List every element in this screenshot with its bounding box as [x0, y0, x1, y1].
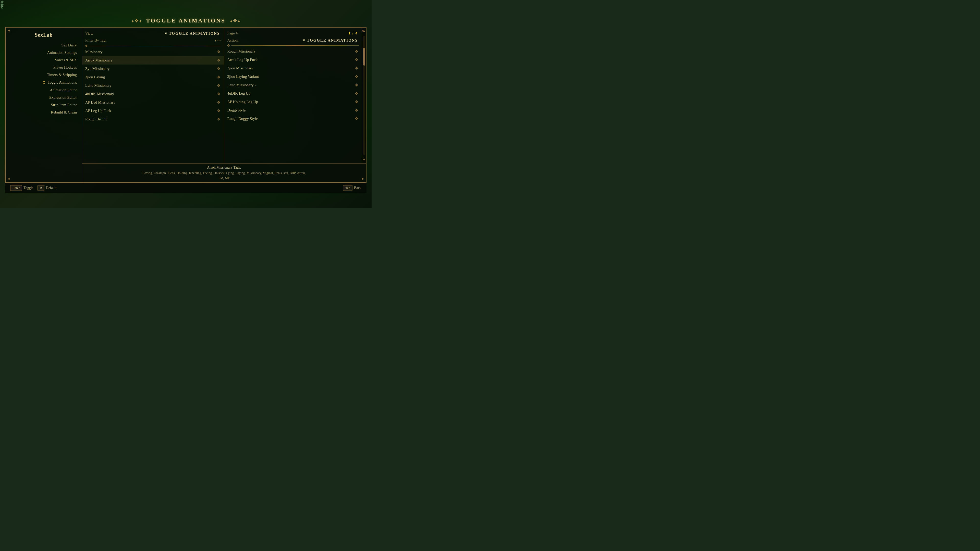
sidebar-item-timers-stripping[interactable]: Timers & Stripping [6, 71, 82, 79]
corner-tl: ✦ [5, 27, 13, 35]
view-value[interactable]: ▾ TOGGLE ANIMATIONS [165, 31, 220, 36]
anim-name-ap-bed-missionary: AP Bed Missionary [85, 100, 115, 105]
anim-item-rough-doggy-style[interactable]: Rough Doggy Style ❖ [224, 114, 362, 123]
title-ornament-left: ⬧❖⬧ [131, 17, 142, 24]
anim-name-rough-doggy-style: Rough Doggy Style [228, 117, 258, 121]
anim-toggle-icon-leito-missionary-2[interactable]: ❖ [355, 83, 358, 87]
anim-item-4udik-missionary[interactable]: 4uDIK Missionary ❖ [82, 90, 224, 98]
anim-item-doggystyle[interactable]: DoggyStyle ❖ [224, 106, 362, 114]
anim-name-rough-missionary: Rough Missionary [228, 49, 256, 54]
bottom-left: Enter Toggle R Default [10, 185, 57, 191]
anim-toggle-icon-missionary[interactable]: ❖ [217, 49, 221, 54]
anim-item-3jiou-laying-variant[interactable]: 3jiou Laying Variant ❖ [224, 73, 362, 81]
anim-item-3jiou-missionary[interactable]: 3jiou Missionary ❖ [224, 64, 362, 73]
title-bar: ⬧❖⬧ TOGGLE ANIMATIONS ⬧❖⬧ [5, 15, 366, 27]
info-bar-tags: Loving, Creampie, Beds, Holding, Kneelin… [87, 170, 361, 180]
sidebar-item-toggle-animations[interactable]: ⚙ Toggle Animations [6, 79, 82, 86]
sidebar-item-expression-editor[interactable]: Expression Editor [6, 94, 82, 101]
divider-ornament-left: ❖ [85, 44, 88, 48]
tab-key: Tab [343, 185, 352, 191]
sidebar-label-timers-stripping: Timers & Stripping [47, 73, 77, 77]
anim-item-ap-leg-up-fuck[interactable]: AP Leg Up Fuck ❖ [82, 106, 224, 115]
sidebar-label-animation-settings: Animation Settings [47, 51, 77, 55]
page-value: 1 / 4 [348, 31, 358, 35]
action-label: Action: [228, 38, 239, 43]
left-panel: View ▾ TOGGLE ANIMATIONS Filter By Tag: … [82, 27, 224, 163]
anim-name-ap-leg-up-fuck: AP Leg Up Fuck [85, 109, 111, 113]
sidebar: SexLab Sex Diary Animation Settings Voic… [6, 27, 82, 183]
anim-toggle-icon-4udik-missionary[interactable]: ❖ [217, 92, 221, 97]
sidebar-item-animation-editor[interactable]: Animation Editor [6, 86, 82, 94]
sidebar-label-strip-item-editor: Strip Item Editor [51, 103, 77, 107]
sidebar-label-player-hotkeys: Player Hotkeys [53, 65, 77, 70]
sidebar-item-player-hotkeys[interactable]: Player Hotkeys [6, 64, 82, 71]
anim-toggle-icon-arrok-missionary[interactable]: ❖ [217, 58, 221, 63]
action-value[interactable]: ▾ TOGGLE ANIMATIONS [303, 38, 358, 43]
anim-item-3jiou-laying[interactable]: 3jiou Laying ❖ [82, 73, 224, 81]
scroll-thumb[interactable] [363, 48, 365, 65]
sidebar-item-animation-settings[interactable]: Animation Settings [6, 49, 82, 56]
anim-toggle-icon-ap-bed-missionary[interactable]: ❖ [217, 100, 221, 105]
anim-toggle-icon-3jiou-laying[interactable]: ❖ [217, 75, 221, 79]
title-ornament-right: ⬧❖⬧ [230, 17, 240, 24]
anim-toggle-icon-3jiou-laying-variant[interactable]: ❖ [355, 74, 358, 79]
sidebar-label-expression-editor: Expression Editor [49, 95, 77, 100]
fps-counter: 30 60 22 [0, 0, 3, 9]
sidebar-item-voices-sfx[interactable]: Voices & SFX [6, 56, 82, 64]
anim-name-3jiou-laying: 3jiou Laying [85, 75, 105, 79]
corner-bl: ✦ [5, 175, 13, 183]
page-label: Page # [228, 31, 238, 35]
right-panel-page-header: Page # 1 / 4 [224, 30, 362, 37]
anim-item-missionary[interactable]: Missionary ❖ [82, 48, 224, 56]
anim-item-rough-behind[interactable]: Rough Behind ❖ [82, 115, 224, 124]
anim-name-rough-behind: Rough Behind [85, 117, 107, 121]
anim-item-leito-missionary[interactable]: Leito Missionary ❖ [82, 81, 224, 90]
scroll-down-arrow[interactable]: ▼ [363, 156, 366, 163]
sidebar-item-rebuild-clean[interactable]: Rebuild & Clean [6, 109, 82, 116]
scroll-track[interactable] [363, 36, 365, 155]
anim-toggle-icon-arrok-leg-up-fuck[interactable]: ❖ [355, 57, 358, 62]
anim-name-arrok-leg-up-fuck: Arrok Leg Up Fuck [228, 58, 258, 62]
scrollbar[interactable]: ▲ ▼ [362, 27, 366, 163]
anim-item-ap-holding-leg-up[interactable]: AP Holding Leg Up ❖ [224, 98, 362, 106]
sidebar-item-sex-diary[interactable]: Sex Diary [6, 41, 82, 49]
sidebar-item-strip-item-editor[interactable]: Strip Item Editor [6, 101, 82, 109]
filter-label: Filter By Tag: [85, 38, 107, 43]
scroll-up-arrow[interactable]: ▲ [363, 27, 366, 35]
anim-item-arrok-leg-up-fuck[interactable]: Arrok Leg Up Fuck ❖ [224, 56, 362, 64]
anim-name-leito-missionary: Leito Missionary [85, 83, 111, 88]
anim-name-3jiou-missionary: 3jiou Missionary [228, 66, 253, 70]
anim-toggle-icon-rough-missionary[interactable]: ❖ [355, 49, 358, 54]
page-title: TOGGLE ANIMATIONS [146, 17, 225, 24]
sidebar-label-rebuild-clean: Rebuild & Clean [51, 110, 77, 114]
sidebar-label-toggle-animations: Toggle Animations [48, 80, 77, 85]
tab-binding: Tab Back [343, 185, 361, 191]
anim-toggle-icon-ap-holding-leg-up[interactable]: ❖ [355, 100, 358, 104]
anim-toggle-icon-3jiou-missionary[interactable]: ❖ [355, 66, 358, 71]
anim-item-zyn-missionary[interactable]: Zyn Missionary ❖ [82, 65, 224, 73]
enter-label: Toggle [24, 186, 33, 190]
anim-name-zyn-missionary: Zyn Missionary [85, 67, 110, 71]
anim-item-ap-bed-missionary[interactable]: AP Bed Missionary ❖ [82, 98, 224, 106]
anim-toggle-icon-zyn-missionary[interactable]: ❖ [217, 66, 221, 71]
anim-toggle-icon-ap-leg-up-fuck[interactable]: ❖ [217, 108, 221, 113]
anim-toggle-icon-leito-missionary[interactable]: ❖ [217, 83, 221, 88]
filter-value-text: ▾ --- [215, 38, 221, 43]
anim-name-arrok-missionary: Arrok Missionary [85, 58, 113, 62]
active-indicator-icon: ⚙ [42, 80, 46, 85]
anim-item-arrok-missionary[interactable]: Arrok Missionary ❖ [82, 56, 224, 65]
filter-value[interactable]: ▾ --- [215, 38, 221, 43]
anim-item-leito-missionary-2[interactable]: Leito Missionary 2 ❖ [224, 81, 362, 89]
anim-toggle-icon-rough-behind[interactable]: ❖ [217, 117, 221, 122]
info-bar-title: Arrok Missionary Tags: [87, 165, 361, 170]
anim-toggle-icon-4udik-leg-up[interactable]: ❖ [355, 91, 358, 96]
r-label: Default [46, 186, 57, 190]
sidebar-title: SexLab [6, 30, 82, 41]
anim-toggle-icon-doggystyle[interactable]: ❖ [355, 108, 358, 113]
anim-toggle-icon-rough-doggy-style[interactable]: ❖ [355, 116, 358, 121]
anim-item-rough-missionary[interactable]: Rough Missionary ❖ [224, 47, 362, 56]
ui-container: ⬧❖⬧ TOGGLE ANIMATIONS ⬧❖⬧ ✦ ✦ ✦ ✦ SexLab… [5, 15, 366, 193]
left-animation-list: Missionary ❖ Arrok Missionary ❖ Zyn Miss… [82, 48, 224, 161]
anim-item-4udik-leg-up[interactable]: 4uDIK Leg Up ❖ [224, 89, 362, 98]
sidebar-label-animation-editor: Animation Editor [50, 88, 77, 92]
